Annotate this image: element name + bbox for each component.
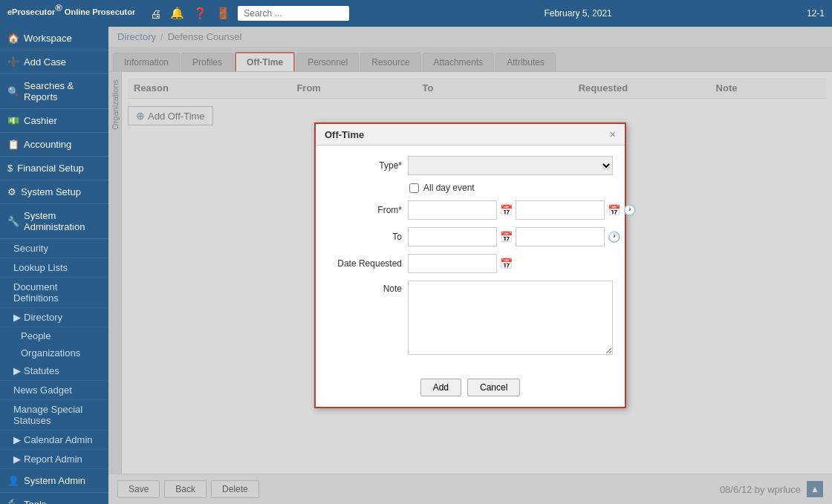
cashier-icon: 💵 [7,115,19,126]
sidebar-item-people[interactable]: People [0,327,108,344]
main-content: Directory / Defense Counsel Information … [108,27,832,504]
to-time-input[interactable] [516,227,605,246]
sidebar-label-searches-reports: Searches & Reports [24,80,101,102]
sidebar-label-organizations: Organizations [21,347,80,359]
wrench-icon: 🔧 [7,216,19,227]
date-requested-calendar-icon[interactable]: 📅 [500,258,513,269]
sidebar-item-directory[interactable]: ▶ Directory [0,308,108,327]
from-label: From* [328,205,402,215]
sidebar-item-accounting[interactable]: 📋 Accounting [0,133,108,157]
sidebar-label-workspace: Workspace [24,33,72,44]
allday-label: All day event [423,183,475,193]
sidebar-label-people: People [21,330,51,341]
to-date-input[interactable] [408,227,497,246]
type-select[interactable] [408,156,613,175]
sidebar-item-workspace[interactable]: 🏠 Workspace [0,27,108,50]
gear-icon: ⚙ [7,186,16,197]
sidebar-item-system-setup[interactable]: ⚙ System Setup [0,180,108,204]
modal-cancel-button[interactable]: Cancel [467,379,520,396]
home-icon: 🏠 [7,33,19,44]
sidebar-item-document-definitions[interactable]: Document Definitions [0,278,108,308]
to-inputs: 📅 🕐 [408,227,620,246]
modal-add-button[interactable]: Add [420,379,461,396]
sidebar-label-financial-setup: Financial Setup [17,163,84,174]
sidebar-item-searches-reports[interactable]: 🔍 Searches & Reports [0,74,108,109]
user-badge: 12-1 [807,8,825,19]
date-requested-inputs: 📅 [408,254,513,273]
sidebar-label-system-setup: System Setup [21,186,81,197]
modal-overlay: Off-Time × Type* All day event [108,27,832,504]
sidebar-item-calendar-admin[interactable]: ▶ Calendar Admin [0,431,108,450]
logout-icon[interactable]: 🚪 [216,7,230,20]
sidebar: 🏠 Workspace ➕ Add Case 🔍 Searches & Repo… [0,27,108,504]
sidebar-label-document-definitions: Document Definitions [13,281,59,304]
bell-icon[interactable]: 🔔 [170,7,184,20]
from-clock-icon[interactable]: 🕐 [623,204,636,216]
expand-calendar-icon: ▶ [13,434,21,445]
modal-close-button[interactable]: × [610,128,616,140]
sidebar-item-security[interactable]: Security [0,239,108,258]
sidebar-item-organizations[interactable]: Organizations [0,344,108,361]
sidebar-label-accounting: Accounting [24,139,71,150]
sidebar-item-statutes[interactable]: ▶ Statutes [0,361,108,381]
app-title: eProsecutor® Online Prosecutor [7,3,135,24]
app-header: eProsecutor® Online Prosecutor 🖨 🔔 ❓ 🚪 F… [0,0,832,27]
accounting-icon: 📋 [7,139,19,150]
sidebar-item-financial-setup[interactable]: $ Financial Setup [0,157,108,180]
to-row: To 📅 🕐 [328,227,613,246]
note-label: Note [328,281,402,294]
from-inputs: 📅 📅 🕐 [408,200,636,220]
sidebar-item-cashier[interactable]: 💵 Cashier [0,109,108,133]
print-icon[interactable]: 🖨 [150,7,161,20]
type-label: Type* [328,160,402,171]
from-time-input[interactable] [516,200,605,220]
date-requested-input[interactable] [408,254,497,273]
sidebar-label-cashier: Cashier [24,115,57,126]
allday-checkbox[interactable] [409,183,419,193]
sidebar-item-special-statuses[interactable]: Manage Special Statuses [0,400,108,431]
sidebar-label-system-admin: System Administration [24,210,101,232]
search-input[interactable] [238,6,349,21]
sidebar-item-system-admin[interactable]: 🔧 System Administration [0,204,108,239]
to-label: To [328,232,402,242]
type-row: Type* [328,156,613,175]
to-clock-icon[interactable]: 🕐 [608,231,620,243]
modal-title: Off-Time [325,129,364,140]
expand-statutes-icon: ▶ [13,365,21,376]
tools-icon: 🔨 [7,499,19,504]
trademark: ® [55,3,62,14]
header-date: February 5, 2021 [357,8,799,19]
sidebar-label-add-case: Add Case [24,56,66,68]
sidebar-item-report-admin[interactable]: ▶ Report Admin [0,450,108,469]
sidebar-item-news-gadget[interactable]: News Gadget [0,381,108,400]
sidebar-item-lookup-lists[interactable]: Lookup Lists [0,258,108,278]
modal-body: Type* All day event From* [316,145,625,373]
date-requested-label: Date Requested [328,258,402,269]
help-icon[interactable]: ❓ [193,7,207,20]
sidebar-label-calendar-admin: Calendar Admin [24,434,93,445]
sidebar-label-directory: Directory [24,312,62,323]
modal-header: Off-Time × [316,124,625,145]
sidebar-label-news-gadget: News Gadget [13,384,72,396]
sidebar-label-lookup-lists: Lookup Lists [13,262,68,273]
note-row: Note [328,281,613,355]
note-textarea[interactable] [408,281,613,355]
date-requested-row: Date Requested 📅 [328,254,613,273]
modal-footer: Add Cancel [316,373,625,407]
to-calendar-icon[interactable]: 📅 [500,231,513,243]
sidebar-item-system-admin-link[interactable]: 👤 System Admin [0,469,108,493]
from-row: From* 📅 📅 🕐 [328,200,613,220]
from-calendar-icon[interactable]: 📅 [500,204,513,216]
search-icon: 🔍 [7,86,19,97]
offtime-modal: Off-Time × Type* All day event [314,122,626,408]
sidebar-item-tools[interactable]: 🔨 Tools [0,493,108,504]
sidebar-label-statutes: Statutes [24,365,59,376]
from-time-calendar-icon[interactable]: 📅 [608,204,620,216]
app-name: eProsecutor® Online Prosecutor [7,7,135,16]
sidebar-label-security: Security [13,243,48,254]
sidebar-item-add-case[interactable]: ➕ Add Case [0,50,108,74]
expand-icon: ▶ [13,312,21,323]
from-date-input[interactable] [408,200,497,220]
expand-report-icon: ▶ [13,454,21,465]
sidebar-label-tools: Tools [24,499,46,504]
